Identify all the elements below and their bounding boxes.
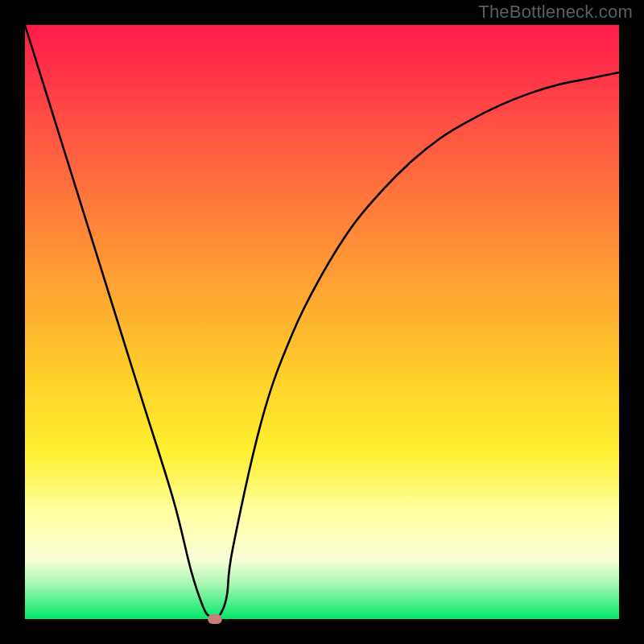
- chart-container: TheBottleneck.com: [0, 0, 644, 644]
- bottleneck-curve-path: [25, 25, 619, 619]
- min-marker: [208, 614, 222, 624]
- curve-svg: [25, 25, 619, 619]
- plot-area: [25, 25, 619, 619]
- plot-frame: [24, 24, 620, 620]
- watermark-text: TheBottleneck.com: [478, 2, 633, 23]
